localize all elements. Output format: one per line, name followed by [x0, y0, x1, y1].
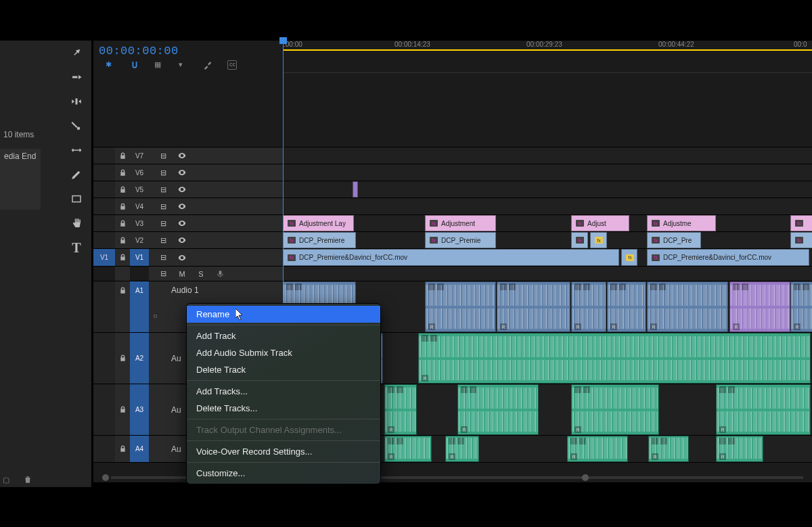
source-patch-v1[interactable]: V1 [93, 249, 115, 266]
selection-tool-icon[interactable] [68, 45, 85, 61]
track-target-a4[interactable]: A4 [130, 436, 149, 462]
track-target[interactable]: V3 [130, 215, 149, 231]
rectangle-tool-icon[interactable] [68, 191, 85, 207]
clip[interactable]: fx [790, 232, 812, 248]
lock-icon[interactable] [115, 152, 130, 160]
clip[interactable]: fxDCP_Premiere&Davinci_forCC.mov [283, 249, 619, 266]
audio-clip[interactable]: R [445, 436, 479, 462]
marker-icon[interactable]: ▾ [179, 60, 188, 70]
clip[interactable]: fxDCP_Premie [425, 232, 496, 248]
captions-icon[interactable]: cc [227, 60, 237, 70]
audio-clip[interactable]: R [716, 436, 763, 462]
slip-tool-icon[interactable] [68, 142, 85, 158]
menu-item-add-submix[interactable]: Add Audio Submix Track [187, 344, 380, 361]
video-track-v2[interactable]: V2 ⊟ fxDCP_PremierefxDCP_PremiefxfxfxDCP… [93, 232, 812, 249]
audio-clip[interactable]: R [571, 281, 606, 332]
track-target[interactable]: V2 [130, 232, 149, 248]
track-select-tool-icon[interactable] [68, 69, 85, 85]
audio-clip[interactable]: R [384, 436, 432, 462]
video-track-v7[interactable]: V7 ⊟ [93, 147, 812, 164]
toggle-track-output-icon[interactable] [177, 253, 187, 262]
audio-clip[interactable]: R [607, 281, 646, 332]
linked-selection-icon[interactable]: ▦ [154, 60, 164, 70]
clip[interactable]: fxAdjustment [425, 215, 496, 231]
clip[interactable]: fxAdjustment Lay [283, 215, 354, 231]
audio-clip[interactable]: R [729, 281, 790, 332]
sync-lock-icon[interactable]: ⊟ [158, 235, 168, 245]
track-target-a3[interactable]: A3 [130, 384, 149, 435]
sync-lock-icon[interactable]: ⊟ [158, 151, 168, 160]
solo-button[interactable]: S [196, 269, 206, 279]
fx-badge-icon[interactable]: fx [576, 237, 584, 244]
clip[interactable]: fxDCP_Pre [647, 232, 701, 248]
sync-lock-icon[interactable]: ⊟ [158, 185, 168, 194]
new-item-icon[interactable]: ▢ [1, 475, 11, 484]
fx-badge-icon[interactable]: fx [652, 237, 660, 244]
clip[interactable]: fx [590, 232, 607, 248]
snap-icon[interactable] [130, 60, 139, 70]
lock-icon[interactable] [115, 406, 130, 413]
sync-lock-icon[interactable]: ⊟ [158, 253, 168, 262]
fx-badge-icon[interactable]: fx [430, 220, 438, 227]
sync-lock-icon[interactable]: ⊟ [158, 202, 168, 211]
video-track-v3[interactable]: V3 ⊟ fxAdjustment LayfxAdjustmentfxAdjus… [93, 215, 812, 232]
clip[interactable]: fxDCP_Premiere [283, 232, 356, 248]
audio-clip[interactable]: R [418, 333, 811, 384]
toggle-track-output-icon[interactable] [177, 202, 187, 211]
video-track-v5[interactable]: V5 ⊟ [93, 181, 812, 198]
audio-clip[interactable]: R [384, 384, 417, 435]
menu-item-voice-over-settings[interactable]: Voice-Over Record Settings... [187, 443, 380, 460]
lock-icon[interactable] [115, 354, 130, 362]
voice-over-icon[interactable] [215, 269, 225, 279]
track-target-a2[interactable]: A2 [130, 333, 149, 384]
fx-badge-icon[interactable]: fx [795, 237, 803, 244]
time-ruler[interactable]: :00:0000:00:14:2300:00:29:2300:00:44:220… [283, 41, 812, 73]
clip[interactable]: fx [621, 249, 637, 266]
menu-item-add-track[interactable]: Add Track [187, 327, 380, 344]
lock-icon[interactable] [115, 254, 130, 261]
fx-badge-icon[interactable]: fx [652, 254, 660, 261]
clip[interactable]: fxDCP_Premiere&Davinci_forCC.mov [647, 249, 809, 266]
zoom-handle-right[interactable] [582, 474, 589, 481]
fx-badge-icon[interactable]: fx [626, 254, 634, 261]
fx-badge-icon[interactable]: fx [652, 220, 660, 227]
fx-badge-icon[interactable]: fx [288, 254, 296, 261]
clip[interactable]: fxAdjust [571, 215, 629, 231]
audio-clip[interactable]: R [571, 384, 659, 435]
track-target-v1[interactable]: V1 [130, 249, 149, 266]
audio-clip[interactable]: R [790, 281, 812, 332]
trash-icon[interactable] [23, 475, 32, 484]
audio-clip[interactable]: R [716, 384, 811, 435]
menu-item-rename[interactable]: Rename [187, 306, 380, 323]
track-target[interactable]: V4 [130, 198, 149, 214]
toggle-track-output-icon[interactable] [177, 185, 187, 194]
ripple-edit-tool-icon[interactable] [68, 93, 85, 110]
sync-lock-icon[interactable]: ⊟ [158, 219, 168, 228]
sync-lock-icon[interactable]: ⊟ [158, 269, 168, 279]
fx-badge-icon[interactable]: fx [595, 237, 603, 244]
track-target-a1[interactable]: A1 [130, 281, 149, 300]
work-area-bar[interactable] [283, 49, 812, 51]
clip[interactable]: fx [790, 215, 812, 231]
lock-icon[interactable] [115, 445, 130, 453]
lock-icon[interactable] [115, 287, 130, 294]
lock-icon[interactable] [115, 169, 130, 177]
audio-clip[interactable]: R [567, 436, 628, 462]
mute-button[interactable]: M [177, 269, 187, 279]
audio-clip[interactable]: R [648, 436, 689, 462]
hand-tool-icon[interactable] [68, 215, 85, 231]
menu-item-customize[interactable]: Customize... [187, 465, 380, 482]
clip[interactable]: fx [571, 232, 588, 248]
track-target[interactable]: V6 [130, 164, 149, 181]
lock-icon[interactable] [115, 203, 130, 210]
toggle-track-output-icon[interactable] [177, 168, 187, 177]
track-target[interactable]: V7 [130, 147, 149, 164]
lock-icon[interactable] [115, 237, 130, 244]
pen-tool-icon[interactable] [68, 166, 85, 183]
fx-badge-icon[interactable]: fx [430, 237, 438, 244]
lock-icon[interactable] [115, 220, 130, 227]
fx-badge-icon[interactable]: fx [288, 237, 296, 244]
toggle-track-output-icon[interactable] [177, 235, 187, 245]
audio-clip[interactable]: R [647, 281, 728, 332]
fx-badge-icon[interactable]: fx [576, 220, 584, 227]
